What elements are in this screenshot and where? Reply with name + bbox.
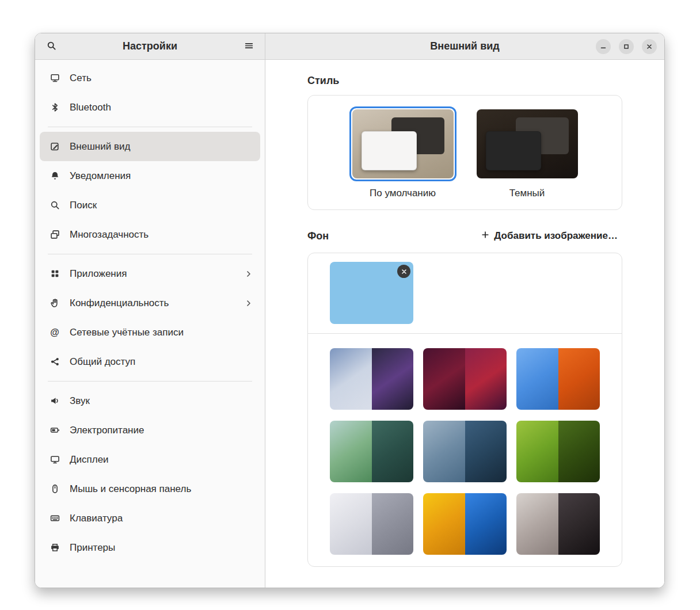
display-icon bbox=[49, 454, 60, 466]
sidebar-item-label: Многозадачность bbox=[70, 229, 253, 241]
sidebar-item-multitasking[interactable]: Многозадачность bbox=[40, 220, 260, 249]
at-icon: @ bbox=[49, 327, 60, 338]
appearance-icon bbox=[49, 141, 60, 152]
sidebar-item-search[interactable]: Поиск bbox=[40, 190, 260, 220]
style-card: По умолчанию Темный bbox=[307, 95, 622, 210]
wallpaper-thumbnail[interactable] bbox=[516, 348, 600, 410]
background-card bbox=[307, 253, 622, 567]
sidebar-item-apps[interactable]: Приложения bbox=[40, 259, 260, 288]
style-section-title: Стиль bbox=[307, 75, 622, 87]
style-preview-front-window bbox=[362, 131, 417, 170]
bluetooth-icon bbox=[49, 102, 60, 113]
sidebar-list: Сеть Bluetooth Внешний вид Уведомления П… bbox=[35, 60, 265, 566]
sidebar-item-online-accounts[interactable]: @ Сетевые учётные записи bbox=[40, 318, 260, 347]
sidebar-separator bbox=[48, 254, 252, 254]
sidebar-item-appearance[interactable]: Внешний вид bbox=[40, 132, 260, 161]
style-preview-border bbox=[474, 106, 581, 181]
wallpaper-dark-half bbox=[372, 348, 414, 410]
share-icon bbox=[49, 356, 60, 368]
sidebar-item-label: Конфиденциальность bbox=[70, 298, 235, 309]
custom-wallpaper-thumbnail[interactable] bbox=[330, 262, 413, 324]
content-body: Стиль По умолчанию bbox=[265, 60, 664, 588]
style-preview-selected-border bbox=[349, 106, 456, 181]
wallpaper-dark-half bbox=[372, 421, 414, 482]
chevron-right-icon bbox=[244, 299, 253, 308]
plus-icon bbox=[481, 230, 489, 242]
minimize-icon bbox=[599, 43, 607, 51]
style-option-label: Темный bbox=[509, 188, 545, 199]
minimize-button[interactable] bbox=[596, 39, 611, 54]
network-icon bbox=[49, 73, 60, 84]
sidebar-item-label: Общий доступ bbox=[70, 356, 253, 368]
wallpaper-thumbnail[interactable] bbox=[423, 348, 507, 410]
sidebar-item-label: Внешний вид bbox=[70, 141, 253, 152]
close-icon bbox=[645, 43, 653, 51]
speaker-icon bbox=[49, 395, 60, 407]
sidebar-title: Настройки bbox=[60, 40, 239, 52]
chevron-right-icon bbox=[244, 269, 253, 279]
wallpaper-light-half bbox=[516, 421, 558, 482]
style-option-dark[interactable]: Темный bbox=[474, 106, 581, 199]
style-preview-default bbox=[352, 109, 454, 178]
wallpaper-light-half bbox=[516, 348, 558, 410]
search-button[interactable] bbox=[42, 37, 60, 56]
printer-icon bbox=[49, 542, 60, 554]
sidebar-item-keyboard[interactable]: Клавиатура bbox=[40, 504, 260, 533]
wallpaper-thumbnail[interactable] bbox=[330, 421, 413, 482]
content-pane: Внешний вид Стиль По bbox=[265, 33, 664, 588]
wallpaper-dark-half bbox=[558, 348, 600, 410]
keyboard-icon bbox=[49, 513, 60, 524]
main-menu-button[interactable] bbox=[239, 37, 258, 56]
sidebar-item-sound[interactable]: Звук bbox=[40, 386, 260, 415]
mouse-icon bbox=[49, 483, 60, 495]
sidebar-item-network[interactable]: Сеть bbox=[40, 63, 260, 93]
settings-window: Настройки Сеть Bluetooth Внешний вид bbox=[35, 33, 665, 588]
wallpaper-dark-half bbox=[465, 421, 507, 482]
wallpaper-thumbnail[interactable] bbox=[330, 348, 413, 410]
wallpaper-thumbnail[interactable] bbox=[516, 421, 600, 482]
window-controls bbox=[596, 33, 657, 60]
battery-icon bbox=[49, 425, 60, 436]
sidebar-headerbar: Настройки bbox=[35, 33, 265, 60]
sidebar-item-label: Сеть bbox=[70, 73, 253, 84]
sidebar-item-label: Мышь и сенсорная панель bbox=[70, 483, 253, 495]
sidebar-item-printers[interactable]: Принтеры bbox=[40, 533, 260, 562]
sidebar-item-notifications[interactable]: Уведомления bbox=[40, 161, 260, 190]
remove-wallpaper-button[interactable] bbox=[397, 265, 410, 278]
style-option-default[interactable]: По умолчанию bbox=[349, 106, 456, 199]
sidebar-item-label: Приложения bbox=[70, 268, 235, 280]
wallpaper-light-half bbox=[516, 493, 558, 555]
hamburger-menu-icon bbox=[244, 41, 254, 52]
wallpaper-thumbnail[interactable] bbox=[516, 493, 600, 555]
sidebar-item-label: Сетевые учётные записи bbox=[70, 327, 253, 338]
wallpaper-thumbnail[interactable] bbox=[423, 421, 507, 482]
sidebar-item-bluetooth[interactable]: Bluetooth bbox=[40, 93, 260, 122]
close-button[interactable] bbox=[642, 39, 657, 54]
search-icon bbox=[47, 41, 56, 52]
background-section-header: Фон Добавить изображение… bbox=[307, 227, 622, 245]
sidebar: Настройки Сеть Bluetooth Внешний вид bbox=[35, 33, 265, 588]
wallpaper-grid bbox=[308, 334, 622, 566]
sidebar-item-mouse[interactable]: Мышь и сенсорная панель bbox=[40, 474, 260, 504]
maximize-button[interactable] bbox=[619, 39, 634, 54]
sidebar-item-power[interactable]: Электропитание bbox=[40, 415, 260, 445]
wallpaper-thumbnail[interactable] bbox=[423, 493, 507, 555]
sidebar-item-label: Принтеры bbox=[70, 542, 253, 554]
wallpaper-light-half bbox=[423, 493, 465, 555]
sidebar-item-sharing[interactable]: Общий доступ bbox=[40, 347, 260, 376]
sidebar-item-privacy[interactable]: Конфиденциальность bbox=[40, 288, 260, 318]
wallpaper-light-half bbox=[330, 493, 372, 555]
hand-icon bbox=[49, 298, 60, 309]
remove-x-icon bbox=[401, 268, 408, 275]
add-picture-button[interactable]: Добавить изображение… bbox=[477, 227, 622, 245]
wallpaper-light-half bbox=[330, 348, 372, 410]
sidebar-separator bbox=[48, 381, 252, 382]
custom-wallpaper-area bbox=[308, 253, 622, 333]
wallpaper-thumbnail[interactable] bbox=[330, 493, 413, 555]
sidebar-separator bbox=[48, 127, 252, 127]
apps-grid-icon bbox=[49, 268, 60, 280]
sidebar-item-displays[interactable]: Дисплеи bbox=[40, 445, 260, 474]
bell-icon bbox=[49, 170, 60, 182]
sidebar-item-label: Клавиатура bbox=[70, 513, 253, 524]
sidebar-item-label: Электропитание bbox=[70, 425, 253, 436]
